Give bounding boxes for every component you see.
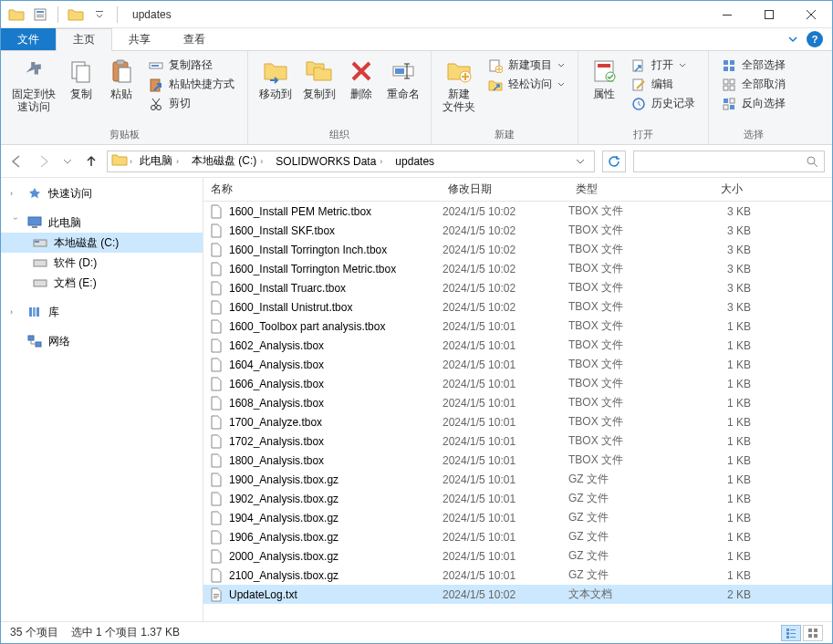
file-name: 1702_Analysis.tbox <box>229 435 324 448</box>
file-name: 1900_Analysis.tbox.gz <box>229 473 338 486</box>
tree-quick-access[interactable]: › 快速访问 <box>1 183 203 203</box>
breadcrumb-segment[interactable]: updates <box>390 155 440 168</box>
tree-drive-e[interactable]: 文档 (E:) <box>1 273 203 293</box>
file-icon <box>209 281 224 296</box>
breadcrumb-dropdown-icon[interactable] <box>570 157 590 166</box>
nav-forward-button[interactable] <box>36 153 52 170</box>
tree-drive-c[interactable]: 本地磁盘 (C:) <box>1 233 203 253</box>
nav-recent-button[interactable] <box>63 157 72 166</box>
file-row[interactable]: 1700_Analyze.tbox2024/1/5 10:01TBOX 文件1 … <box>203 412 832 431</box>
column-name[interactable]: 名称 <box>203 182 441 197</box>
file-row[interactable]: 1602_Analysis.tbox2024/1/5 10:01TBOX 文件1… <box>203 336 832 355</box>
invert-selection-button[interactable]: 反向选择 <box>718 95 789 112</box>
tree-this-pc[interactable]: › 此电脑 <box>1 213 203 233</box>
delete-button[interactable]: 删除 <box>341 55 381 102</box>
file-icon <box>209 530 224 545</box>
nav-back-button[interactable] <box>8 153 25 170</box>
tab-home[interactable]: 主页 <box>56 28 112 51</box>
file-date: 2024/1/5 10:01 <box>441 473 568 486</box>
edit-button[interactable]: 编辑 <box>628 76 699 93</box>
file-date: 2024/1/5 10:02 <box>441 588 568 601</box>
expand-icon[interactable]: › <box>10 189 21 198</box>
tree-network[interactable]: 网络 <box>1 331 203 351</box>
file-row[interactable]: 1702_Analysis.tbox2024/1/5 10:01TBOX 文件1… <box>203 431 832 451</box>
file-date: 2024/1/5 10:01 <box>441 493 568 505</box>
new-item-button[interactable]: 新建项目 <box>484 57 568 74</box>
move-to-button[interactable]: 移动到 <box>254 55 297 102</box>
minimize-button[interactable] <box>706 1 748 28</box>
file-row[interactable]: 1606_Analysis.tbox2024/1/5 10:01TBOX 文件1… <box>203 374 832 393</box>
search-input[interactable] <box>633 151 825 172</box>
svg-rect-32 <box>724 79 728 84</box>
view-details-button[interactable] <box>781 625 801 641</box>
select-none-button[interactable]: 全部取消 <box>718 76 789 93</box>
maximize-button[interactable] <box>748 1 790 28</box>
easy-access-button[interactable]: 轻松访问 <box>484 76 568 93</box>
copy-to-button[interactable]: 复制到 <box>297 55 341 102</box>
refresh-button[interactable] <box>602 151 626 172</box>
tree-libraries[interactable]: › 库 <box>1 302 203 322</box>
copy-path-button[interactable]: 复制路径 <box>145 57 238 74</box>
help-icon[interactable]: ? <box>807 31 823 47</box>
pin-to-quick-access-button[interactable]: 固定到快 速访问 <box>6 55 61 116</box>
history-button[interactable]: 历史记录 <box>628 95 699 112</box>
file-row[interactable]: 1900_Analysis.tbox.gz2024/1/5 10:01GZ 文件… <box>203 470 832 489</box>
qat-folder-icon[interactable] <box>66 5 86 25</box>
svg-rect-54 <box>213 597 217 598</box>
nav-up-button[interactable] <box>83 153 99 170</box>
file-row[interactable]: 1600_Install Truarc.tbox2024/1/5 10:02TB… <box>203 278 832 297</box>
svg-rect-1 <box>36 11 44 13</box>
paste-shortcut-button[interactable]: 粘贴快捷方式 <box>145 76 238 93</box>
tab-view[interactable]: 查看 <box>167 28 222 50</box>
column-size[interactable]: 大小 <box>678 182 751 197</box>
star-icon <box>26 186 43 201</box>
new-folder-button[interactable]: 新建 文件夹 <box>437 55 481 116</box>
breadcrumb-segment[interactable]: SOLIDWORKS Data› <box>270 155 388 168</box>
file-row[interactable]: 1600_Install PEM Metric.tbox2024/1/5 10:… <box>203 202 832 221</box>
column-headers: 名称 修改日期 类型 大小 <box>203 178 832 202</box>
open-button[interactable]: 打开 <box>628 57 699 74</box>
file-row[interactable]: 1600_Install SKF.tbox2024/1/5 10:02TBOX … <box>203 221 832 240</box>
view-icons-button[interactable] <box>803 625 823 641</box>
file-row[interactable]: 1800_Analysis.tbox2024/1/5 10:01TBOX 文件1… <box>203 451 832 470</box>
properties-icon[interactable] <box>30 5 50 25</box>
new-item-icon <box>488 58 503 73</box>
tab-file[interactable]: 文件 <box>1 28 56 50</box>
tree-drive-d[interactable]: 软件 (D:) <box>1 253 203 273</box>
expand-icon[interactable]: › <box>10 307 21 317</box>
file-row[interactable]: 1608_Analysis.tbox2024/1/5 10:01TBOX 文件1… <box>203 393 832 412</box>
file-row[interactable]: 2000_Analysis.tbox.gz2024/1/5 10:01GZ 文件… <box>203 546 832 566</box>
file-row[interactable]: 1600_Install Torrington Inch.tbox2024/1/… <box>203 240 832 259</box>
breadcrumb[interactable]: › 此电脑› 本地磁盘 (C:)› SOLIDWORKS Data› updat… <box>107 151 595 172</box>
paste-button[interactable]: 粘贴 <box>101 55 141 102</box>
file-row[interactable]: 1600_Install Unistrut.tbox2024/1/5 10:02… <box>203 297 832 317</box>
file-row[interactable]: 1604_Analysis.tbox2024/1/5 10:01TBOX 文件1… <box>203 355 832 374</box>
file-icon <box>209 223 224 238</box>
column-type[interactable]: 类型 <box>568 182 678 197</box>
file-name: 1904_Analysis.tbox.gz <box>229 512 338 525</box>
file-row[interactable]: 1600_Install Torrington Metric.tbox2024/… <box>203 259 832 278</box>
file-row[interactable]: 2100_Analysis.tbox.gz2024/1/5 10:01GZ 文件… <box>203 566 832 585</box>
close-button[interactable] <box>790 1 832 28</box>
chevron-down-icon[interactable] <box>788 35 797 44</box>
select-all-button[interactable]: 全部选择 <box>718 57 789 74</box>
breadcrumb-segment[interactable]: 此电脑› <box>134 153 184 169</box>
column-date[interactable]: 修改日期 <box>441 182 568 197</box>
library-icon <box>26 305 43 319</box>
copy-button[interactable]: 复制 <box>61 55 101 102</box>
qat-dropdown-icon[interactable] <box>89 5 109 25</box>
file-date: 2024/1/5 10:02 <box>441 263 568 275</box>
breadcrumb-segment[interactable]: 本地磁盘 (C:)› <box>186 153 268 169</box>
file-row[interactable]: 1906_Analysis.tbox.gz2024/1/5 10:01GZ 文件… <box>203 527 832 546</box>
svg-rect-58 <box>790 633 796 634</box>
tab-share[interactable]: 共享 <box>112 28 167 50</box>
file-row[interactable]: 1902_Analysis.tbox.gz2024/1/5 10:01GZ 文件… <box>203 489 832 508</box>
rename-button[interactable]: 重命名 <box>381 55 425 102</box>
cut-button[interactable]: 剪切 <box>145 95 238 112</box>
file-row[interactable]: UpdateLog.txt2024/1/5 10:02文本文档2 KB <box>203 585 832 604</box>
properties-button[interactable]: 属性 <box>584 55 624 102</box>
collapse-icon[interactable]: › <box>11 217 20 228</box>
file-row[interactable]: 1904_Analysis.tbox.gz2024/1/5 10:01GZ 文件… <box>203 508 832 527</box>
chevron-right-icon[interactable]: › <box>130 157 132 166</box>
file-row[interactable]: 1600_Toolbox part analysis.tbox2024/1/5 … <box>203 317 832 336</box>
